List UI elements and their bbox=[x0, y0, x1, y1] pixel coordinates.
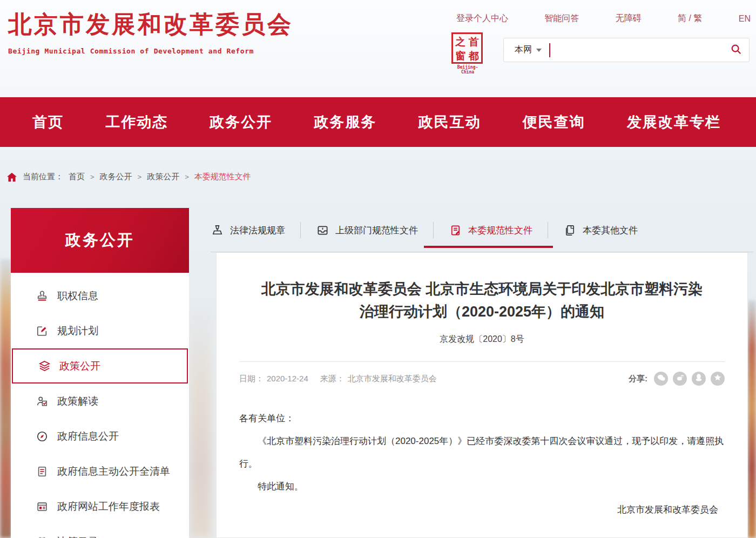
site-title: 北京市发展和改革委员会 bbox=[8, 9, 293, 39]
seal-characters: 之 首 窗 都 bbox=[451, 32, 483, 64]
date-value: 2020-12-24 bbox=[267, 374, 308, 384]
article-title: 北京市发展和改革委员会 北京市生态环境局关于印发北京市塑料污染治理行动计划（20… bbox=[239, 278, 725, 323]
weibo-icon bbox=[676, 374, 684, 384]
nav-item-work-updates[interactable]: 工作动态 bbox=[105, 112, 168, 132]
search-scope-label: 本网 bbox=[515, 44, 532, 56]
search-icon bbox=[730, 43, 742, 57]
document-pen-icon bbox=[449, 224, 462, 237]
article-body: 各有关单位： 《北京市塑料污染治理行动计划（2020-2025年）》已经市委深改… bbox=[239, 407, 725, 498]
search-button[interactable] bbox=[723, 38, 749, 62]
tabs-bottom-line bbox=[211, 252, 753, 252]
nav-item-gov-services[interactable]: 政务服务 bbox=[314, 112, 376, 132]
sidebar-menu: 职权信息 规划计划 政策公开 bbox=[11, 273, 189, 538]
date-label: 日期： bbox=[239, 374, 264, 384]
sidebar-item-label: 政府网站工作年度报表 bbox=[57, 500, 160, 514]
nav-item-home[interactable]: 首页 bbox=[32, 112, 64, 132]
site-logo[interactable]: 北京市发展和改革委员会 Beijing Municipal Commission… bbox=[8, 9, 293, 55]
date-source: 日期： 2020-12-24 来源： 北京市发展和改革委员会 bbox=[239, 374, 437, 384]
breadcrumb-separator: > bbox=[90, 173, 94, 181]
seal-char: 都 bbox=[468, 49, 481, 63]
search-scope-dropdown[interactable]: 本网 bbox=[504, 44, 549, 56]
breadcrumb-current-page: 本委规范性文件 bbox=[194, 172, 251, 182]
sidebar-item-label: 政策解读 bbox=[57, 394, 98, 408]
nav-item-public-interaction[interactable]: 政民互动 bbox=[418, 112, 481, 132]
nav-item-convenience-query[interactable]: 便民查询 bbox=[523, 112, 585, 132]
sidebar-item-label: 决策目录 bbox=[57, 535, 98, 538]
signature: 北京市发展和改革委员会 bbox=[239, 503, 725, 516]
sidebar-item-authority-info[interactable]: 职权信息 bbox=[11, 278, 189, 313]
sidebar-item-label: 政策公开 bbox=[59, 359, 100, 373]
simplified-traditional-toggle[interactable]: 简 / 繁 bbox=[678, 13, 702, 24]
tab-label: 本委规范性文件 bbox=[468, 224, 532, 237]
sidebar-item-gov-info-disclosure[interactable]: 政府信息公开 bbox=[11, 419, 189, 454]
inbox-icon bbox=[316, 224, 329, 237]
breadcrumb-home[interactable]: 首页 bbox=[69, 172, 85, 182]
chevron-down-icon bbox=[536, 49, 542, 52]
tab-label: 上级部门规范性文件 bbox=[335, 224, 418, 237]
tab-commission-normative-docs[interactable]: 本委规范性文件 bbox=[434, 216, 548, 244]
nav-item-reform-special[interactable]: 发展改革专栏 bbox=[627, 112, 721, 132]
sidebar-item-decision-catalog[interactable]: 决策目录 bbox=[11, 524, 189, 538]
sidebar-title[interactable]: 政务公开 bbox=[11, 208, 189, 273]
home-icon[interactable] bbox=[6, 172, 17, 182]
source-label: 来源： bbox=[320, 374, 345, 384]
sidebar-item-label: 规划计划 bbox=[57, 324, 98, 338]
qzone-star-icon bbox=[714, 374, 721, 384]
catalog-icon bbox=[36, 535, 49, 538]
search-input[interactable] bbox=[555, 39, 723, 61]
breadcrumb-policy-disclosure[interactable]: 政策公开 bbox=[147, 172, 179, 182]
stamp-icon bbox=[36, 290, 49, 302]
nav-item-gov-disclosure[interactable]: 政务公开 bbox=[210, 112, 272, 132]
accessibility-link[interactable]: 无障碍 bbox=[616, 13, 642, 24]
sidebar-item-label: 政府信息公开 bbox=[57, 429, 119, 443]
tab-commission-other-docs[interactable]: 本委其他文件 bbox=[548, 216, 653, 244]
article-panel: 北京市发展和改革委员会 北京市生态环境局关于印发北京市塑料污染治理行动计划（20… bbox=[216, 252, 748, 538]
site-subtitle: Beijing Municipal Commission of Developm… bbox=[8, 47, 293, 55]
smart-qa-link[interactable]: 智能问答 bbox=[544, 13, 579, 24]
salutation: 各有关单位： bbox=[239, 407, 725, 430]
background-art-left bbox=[0, 259, 12, 538]
tab-label: 本委其他文件 bbox=[583, 224, 638, 237]
document-number: 京发改规〔2020〕8号 bbox=[239, 334, 725, 345]
share-bar: 分享: bbox=[629, 372, 725, 386]
article-meta-row: 日期： 2020-12-24 来源： 北京市发展和改革委员会 分享: bbox=[239, 362, 725, 386]
login-personal-center-link[interactable]: 登录个人中心 bbox=[456, 13, 508, 24]
seal-char: 首 bbox=[468, 35, 481, 49]
qq-icon bbox=[696, 374, 702, 384]
sidebar-item-policy-disclosure[interactable]: 政策公开 bbox=[12, 348, 188, 384]
tab-laws-regulations[interactable]: 法律法规规章 bbox=[211, 216, 300, 244]
share-qq-button[interactable] bbox=[692, 372, 706, 386]
sidebar-item-label: 职权信息 bbox=[57, 289, 98, 303]
breadcrumb-separator: > bbox=[185, 173, 189, 181]
beijing-china-seal-logo[interactable]: 之 首 窗 都 Beijing-China bbox=[451, 32, 484, 75]
law-seal-icon bbox=[211, 224, 224, 237]
site-header: 北京市发展和改革委员会 Beijing Municipal Commission… bbox=[0, 0, 756, 81]
source-value: 北京市发展和改革委员会 bbox=[348, 374, 437, 384]
sidebar-item-website-annual-report[interactable]: 政府网站工作年度报表 bbox=[11, 489, 189, 524]
breadcrumb-label: 当前位置： bbox=[23, 172, 63, 182]
compass-icon bbox=[36, 430, 49, 443]
share-weibo-button[interactable] bbox=[673, 372, 687, 386]
background-art-right bbox=[748, 300, 756, 538]
share-qzone-button[interactable] bbox=[711, 372, 725, 386]
sidebar-item-planning[interactable]: 规划计划 bbox=[11, 313, 189, 348]
sidebar-item-policy-interpretation[interactable]: 政策解读 bbox=[11, 384, 189, 419]
wechat-icon bbox=[657, 374, 665, 384]
breadcrumb: 当前位置： 首页 > 政务公开 > 政策公开 > 本委规范性文件 bbox=[6, 172, 251, 182]
sidebar-item-proactive-disclosure-list[interactable]: 政府信息主动公开全清单 bbox=[11, 454, 189, 489]
pages-icon bbox=[563, 224, 576, 237]
tab-superior-normative-docs[interactable]: 上级部门规范性文件 bbox=[301, 216, 433, 244]
edit-square-icon bbox=[36, 325, 49, 338]
report-table-icon bbox=[36, 500, 49, 513]
share-wechat-button[interactable] bbox=[654, 372, 668, 386]
breadcrumb-gov-disclosure[interactable]: 政务公开 bbox=[100, 172, 132, 182]
top-utility-links: 登录个人中心 智能问答 无障碍 简 / 繁 EN bbox=[456, 13, 751, 24]
english-link[interactable]: EN bbox=[739, 14, 751, 24]
tab-label: 法律法规规章 bbox=[230, 224, 285, 237]
share-label: 分享: bbox=[629, 374, 647, 384]
sidebar-item-label: 政府信息主动公开全清单 bbox=[57, 465, 170, 479]
article-paragraph: 特此通知。 bbox=[239, 475, 725, 498]
sidebar: 政务公开 职权信息 规划计划 bbox=[11, 208, 189, 538]
layers-icon bbox=[38, 360, 51, 373]
person-check-icon bbox=[36, 395, 49, 408]
